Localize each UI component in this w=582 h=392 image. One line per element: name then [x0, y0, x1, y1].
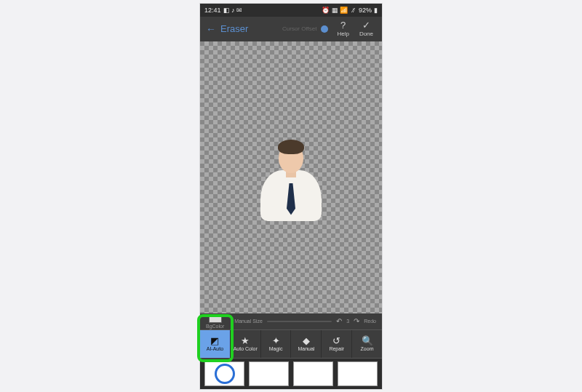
- undo-count: 3: [346, 319, 349, 324]
- battery-icon: ▮: [374, 7, 378, 14]
- tool-manual[interactable]: ◆Manual: [291, 330, 322, 358]
- cursor-offset-label: Cursor Offset: [282, 25, 316, 32]
- screen-title: Eraser: [220, 23, 248, 34]
- phone-frame: 12:41 ◧ ♪ ✉ ⏰ ▦ 📶 ⫽ 92% ▮ ← Eraser Curso…: [200, 4, 382, 389]
- status-battery: 92%: [359, 7, 372, 14]
- tool-label: Magic: [269, 346, 283, 351]
- status-bar: 12:41 ◧ ♪ ✉ ⏰ ▦ 📶 ⫽ 92% ▮: [200, 4, 382, 17]
- tool-magic[interactable]: ✦Magic: [261, 330, 292, 358]
- redo-label: Redo: [364, 319, 376, 324]
- thumbnail[interactable]: [204, 361, 244, 386]
- editor-canvas[interactable]: [200, 41, 382, 313]
- done-button[interactable]: ✓ Done: [356, 20, 376, 37]
- help-icon: ?: [340, 20, 346, 30]
- tool-label: Manual: [298, 346, 314, 351]
- tool-label: Auto Color: [234, 346, 258, 351]
- help-button[interactable]: ? Help: [334, 20, 351, 37]
- ai-auto-icon: ◩: [210, 336, 219, 345]
- thumbnail[interactable]: [293, 361, 333, 386]
- size-slider[interactable]: [267, 321, 332, 322]
- redo-button[interactable]: ↷: [354, 317, 359, 325]
- tool-ai-auto[interactable]: ◩AI-Auto: [200, 330, 231, 358]
- thumbnail[interactable]: [249, 361, 289, 386]
- thumbnail-strip: [200, 359, 382, 389]
- subject-cutout: [260, 134, 322, 221]
- tool-auto-color[interactable]: ★Auto Color: [231, 330, 261, 358]
- thumbnail[interactable]: [338, 361, 378, 386]
- tool-repair[interactable]: ↺Repair: [322, 330, 352, 358]
- sub-toolbar: BgColor Manual Size ↶ 3 ↷ Redo: [200, 313, 382, 329]
- tool-bar: ◩AI-Auto★Auto Color✦Magic◆Manual↺Repair🔍…: [200, 329, 382, 359]
- tool-label: AI-Auto: [207, 346, 223, 351]
- back-button[interactable]: ←: [206, 23, 216, 35]
- status-left-icons: ◧ ♪ ✉: [223, 7, 243, 14]
- cursor-offset-slider[interactable]: [321, 25, 328, 33]
- bgcolor-swatch[interactable]: [209, 314, 222, 323]
- status-time: 12:41: [204, 7, 221, 14]
- manual-size-label: Manual Size: [234, 319, 263, 324]
- tool-label: Zoom: [361, 346, 374, 351]
- auto-color-icon: ★: [241, 336, 250, 345]
- tool-label: Repair: [329, 346, 344, 351]
- zoom-icon: 🔍: [362, 336, 373, 345]
- bgcolor-label: BgColor: [206, 324, 224, 329]
- app-top-bar: ← Eraser Cursor Offset ? Help ✓ Done: [200, 17, 382, 41]
- status-right-icons: ⏰ ▦ 📶 ⫽: [322, 7, 356, 14]
- check-icon: ✓: [362, 20, 370, 30]
- magic-icon: ✦: [272, 336, 280, 345]
- tool-zoom[interactable]: 🔍Zoom: [352, 330, 382, 358]
- manual-icon: ◆: [303, 336, 310, 345]
- undo-button[interactable]: ↶: [336, 317, 342, 325]
- repair-icon: ↺: [332, 336, 340, 345]
